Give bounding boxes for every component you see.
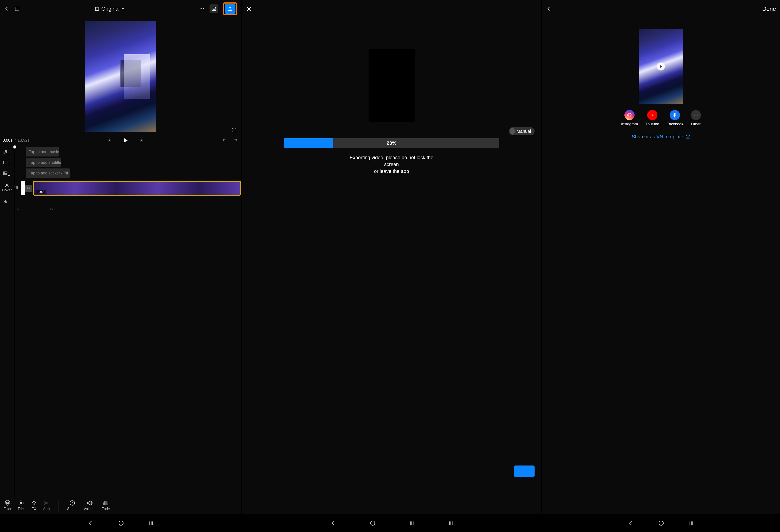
share-screen: Done Instagram Youtube Facebook [542,0,780,514]
export-button[interactable] [225,4,236,14]
share-as-template-link[interactable]: Share it as VN template [632,134,690,140]
more-icon[interactable] [199,6,205,12]
progress-label: 23% [387,140,396,146]
playhead[interactable] [15,147,15,496]
transport-bar: 0.00s / 13.92s [0,135,241,145]
chevron-down-icon [121,7,124,10]
time-ruler: 0s 2s [15,206,241,211]
nav-recents-icon[interactable] [688,520,694,526]
manual-toggle[interactable]: Manual [509,127,535,135]
svg-rect-1 [96,8,98,10]
clip-duration: 10.92s [35,190,46,194]
svg-rect-10 [143,139,143,142]
svg-marker-8 [124,138,128,143]
cover-button[interactable]: Cover [2,183,12,192]
share-other[interactable]: Other [691,110,701,126]
svg-point-5 [203,8,204,9]
transition-icon[interactable] [25,185,32,192]
split-tool[interactable]: Split [43,500,50,511]
ruler-tick-1: 2s [50,207,53,211]
sticker-track[interactable]: Tap to add sticker / PiP [26,168,69,178]
undo-icon[interactable] [222,138,227,143]
editor-screen: Original [0,0,242,514]
cancel-export-button[interactable] [514,466,535,477]
svg-marker-24 [660,65,662,68]
fade-tool[interactable]: Fade [102,500,110,511]
nav-back-icon[interactable] [88,520,94,526]
play-icon[interactable] [123,137,128,143]
svg-point-4 [201,8,202,9]
svg-point-26 [629,114,630,116]
svg-point-30 [695,114,696,115]
svg-point-27 [630,114,631,114]
redo-icon[interactable] [233,138,238,143]
other-icon [691,110,701,120]
timeline: + Tap to add music + Tap to add subtitle… [0,145,241,496]
speed-tool[interactable]: Speed [67,500,78,511]
filter-tool[interactable]: Filter [4,500,11,511]
add-music-icon[interactable]: + [2,149,8,155]
editor-topbar: Original [0,0,241,18]
manual-label: Manual [517,129,531,134]
fullscreen-icon[interactable] [231,127,237,133]
add-sticker-icon[interactable]: + [2,170,8,176]
progress-fill [284,138,334,148]
play-icon [657,62,665,70]
share-youtube[interactable]: Youtube [645,110,659,126]
share-topbar: Done [542,0,780,18]
export-button-highlight [223,2,237,15]
export-screen: Manual 23% Exporting video, please do no… [242,0,542,514]
svg-rect-11 [4,161,7,164]
subtitle-track[interactable]: Tap to add subtitle [26,158,61,167]
svg-marker-16 [29,187,30,190]
chevron-right-circle-icon [686,134,690,139]
svg-rect-14 [14,186,17,189]
bookmark-icon[interactable] [14,6,20,12]
next-frame-icon[interactable] [140,138,144,143]
video-clip[interactable]: 10.92s [33,181,241,195]
svg-marker-28 [652,114,653,116]
exported-video-thumbnail[interactable] [639,29,683,104]
share-instagram[interactable]: Instagram [621,110,638,126]
time-separator: / [15,138,16,143]
share-targets: Instagram Youtube Facebook Other [621,110,701,126]
svg-point-44 [659,521,664,525]
trim-tool[interactable]: Trim [18,500,25,511]
nav-bar-1 [0,514,242,532]
aspect-ratio-selector[interactable]: Original [95,6,124,12]
done-button[interactable]: Done [762,6,776,12]
save-draft-icon[interactable] [209,4,218,13]
nav-recents-icon[interactable] [409,520,415,526]
video-preview[interactable] [0,18,241,135]
fx-tool[interactable]: FX [31,500,37,511]
nav-recents-icon[interactable] [148,520,154,526]
nav-home-icon[interactable] [658,520,664,526]
volume-tool[interactable]: Volume [84,500,95,511]
nav-recents-icon[interactable] [448,520,454,526]
nav-back-icon[interactable] [330,520,337,526]
back-icon[interactable] [4,6,9,11]
nav-back-icon[interactable] [628,520,634,526]
ruler-tick-0: 0s [15,207,19,211]
back-icon[interactable] [546,6,551,11]
clip-handle-left[interactable]: •• [20,181,25,195]
close-icon[interactable] [246,6,252,12]
clip-thumb-icon[interactable] [13,184,19,191]
svg-point-32 [686,135,690,139]
export-progress: 23% [284,138,499,148]
time-current: 0.00s [3,138,12,143]
svg-point-21 [44,501,46,502]
tool-bar: Filter Trim FX Split Speed Volume Fade [0,496,241,514]
share-facebook[interactable]: Facebook [667,110,683,126]
export-message: Exporting video, please do not lock the … [347,154,436,175]
add-subtitle-icon[interactable]: + [2,159,8,165]
volume-track-icon[interactable] [2,199,8,205]
svg-point-22 [44,503,46,505]
nav-home-icon[interactable] [370,520,376,526]
prev-frame-icon[interactable] [107,138,111,143]
svg-point-29 [694,114,695,115]
tool-divider [58,500,59,511]
export-preview [368,49,415,122]
nav-home-icon[interactable] [118,520,124,526]
music-track[interactable]: Tap to add music [26,147,59,156]
